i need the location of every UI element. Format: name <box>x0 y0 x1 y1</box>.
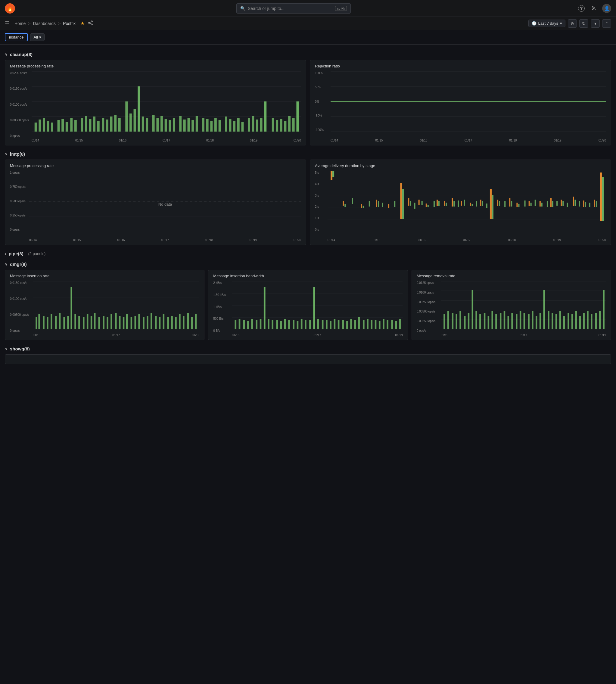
svg-rect-177 <box>94 313 96 329</box>
svg-rect-174 <box>83 317 85 329</box>
svg-rect-265 <box>484 313 485 329</box>
svg-rect-88 <box>331 171 332 180</box>
svg-rect-13 <box>43 118 45 132</box>
svg-rect-245 <box>387 320 389 329</box>
avg-delivery-title: Average delivery duration by stage <box>315 163 606 168</box>
insertion-rate-xaxis: 01/15 01/17 01/19 <box>33 334 199 337</box>
svg-rect-172 <box>74 314 76 329</box>
svg-rect-102 <box>402 189 404 219</box>
svg-rect-235 <box>346 321 348 329</box>
svg-rect-117 <box>458 200 459 207</box>
svg-rect-127 <box>492 195 493 219</box>
refresh-more-button[interactable]: ▾ <box>591 19 600 28</box>
svg-rect-225 <box>305 320 307 329</box>
y-label: 1 s <box>315 217 328 220</box>
y-label: -100% <box>315 128 331 132</box>
svg-rect-97 <box>378 201 379 207</box>
lmtp-msg-processing-title: Message processing rate <box>10 163 301 168</box>
menu-icon[interactable]: ☰ <box>5 20 9 27</box>
search-bar[interactable]: 🔍 Search or jump to... ctrl+k <box>236 3 351 14</box>
svg-rect-289 <box>579 316 580 329</box>
msg-insertion-rate-card: Message insertion rate 0.0150 ops/s 0.01… <box>5 270 204 340</box>
cleanup-msg-processing-title: Message processing rate <box>10 64 301 68</box>
svg-rect-288 <box>575 311 576 329</box>
svg-rect-57 <box>241 122 244 132</box>
svg-rect-277 <box>532 311 533 329</box>
time-range-picker[interactable]: 🕐 Last 7 days ▾ <box>528 20 566 27</box>
svg-rect-240 <box>367 319 369 329</box>
section-lmtp[interactable]: ∨ lmtp(8) <box>5 149 611 159</box>
svg-rect-30 <box>118 118 121 132</box>
svg-rect-243 <box>379 321 380 329</box>
msg-insertion-rate-title: Message insertion rate <box>10 274 199 278</box>
y-label: 0.0200 ops/s <box>10 71 31 75</box>
breadcrumb-sep1: > <box>28 21 30 26</box>
breadcrumb-sep2: > <box>58 21 61 26</box>
svg-rect-147 <box>567 203 568 207</box>
svg-rect-99 <box>388 204 389 208</box>
svg-rect-213 <box>256 320 258 329</box>
svg-rect-264 <box>479 314 481 329</box>
svg-rect-269 <box>500 313 501 329</box>
svg-line-5 <box>90 23 91 24</box>
y-label: 0 ops/s <box>10 228 29 231</box>
svg-rect-271 <box>507 316 509 329</box>
svg-rect-16 <box>58 120 60 132</box>
svg-rect-34 <box>138 86 140 132</box>
svg-rect-208 <box>235 320 237 329</box>
insertion-bw-chart <box>232 281 402 332</box>
svg-rect-281 <box>548 311 549 329</box>
favorite-icon[interactable]: ★ <box>81 20 85 26</box>
svg-rect-25 <box>97 121 100 132</box>
svg-rect-284 <box>559 311 560 329</box>
share-icon[interactable] <box>88 20 93 26</box>
help-button[interactable]: ? <box>577 4 586 13</box>
section-pipe[interactable]: › pipe(8) (2 panels) <box>5 249 611 259</box>
section-qmgr[interactable]: ∨ qmgr(8) <box>5 259 611 270</box>
svg-rect-223 <box>297 321 299 329</box>
svg-rect-170 <box>67 316 69 329</box>
y-label: 0.00500 ops/s <box>10 118 31 122</box>
svg-rect-65 <box>280 119 282 132</box>
rejection-ratio-card: Rejection ratio 100% 50% 0% -50% -100% <box>310 60 611 146</box>
app-logo[interactable]: 🔥 <box>5 3 15 14</box>
section-showq[interactable]: ∨ showq(8) <box>5 344 611 354</box>
y-label: 0.0100 ops/s <box>10 103 31 106</box>
svg-rect-134 <box>518 204 519 207</box>
avatar[interactable]: 👤 <box>602 4 611 13</box>
svg-rect-148 <box>573 197 574 206</box>
news-button[interactable] <box>590 4 598 13</box>
pipe-label: pipe(8) <box>9 251 23 256</box>
svg-rect-220 <box>284 319 286 329</box>
cleanup-msg-processing-card: Message processing rate 0.0200 ops/s 0.0… <box>5 60 306 146</box>
svg-rect-125 <box>486 203 487 208</box>
svg-rect-199 <box>183 316 184 329</box>
y-label: 100% <box>315 71 331 75</box>
svg-rect-294 <box>599 311 600 329</box>
svg-rect-32 <box>130 113 132 132</box>
zoom-out-icon: ⊖ <box>571 21 574 26</box>
avatar-icon: 👤 <box>604 6 609 11</box>
zoom-out-button[interactable]: ⊖ <box>568 19 577 28</box>
svg-rect-181 <box>110 314 112 329</box>
svg-rect-18 <box>66 122 68 132</box>
svg-rect-116 <box>454 201 455 206</box>
refresh-button[interactable]: ↻ <box>579 19 588 28</box>
svg-rect-232 <box>334 319 336 329</box>
svg-rect-46 <box>192 120 194 132</box>
svg-rect-278 <box>535 316 537 329</box>
y-label: 0.500 ops/s <box>10 200 29 203</box>
svg-rect-185 <box>126 314 128 329</box>
svg-rect-201 <box>191 317 193 329</box>
all-filter-dropdown[interactable]: All ▾ <box>30 34 44 41</box>
nav-right: ? 👤 <box>577 4 611 13</box>
svg-rect-257 <box>452 313 453 329</box>
section-cleanup[interactable]: ∨ cleanup(8) <box>5 49 611 60</box>
breadcrumb-home[interactable]: Home <box>15 21 26 26</box>
instance-filter[interactable]: instance <box>5 33 28 41</box>
svg-rect-33 <box>134 109 136 132</box>
collapse-button[interactable]: ⌃ <box>602 19 611 28</box>
y-label: 1 kB/s <box>213 305 232 309</box>
svg-rect-242 <box>375 320 377 329</box>
breadcrumb-dashboards[interactable]: Dashboards <box>33 21 56 26</box>
